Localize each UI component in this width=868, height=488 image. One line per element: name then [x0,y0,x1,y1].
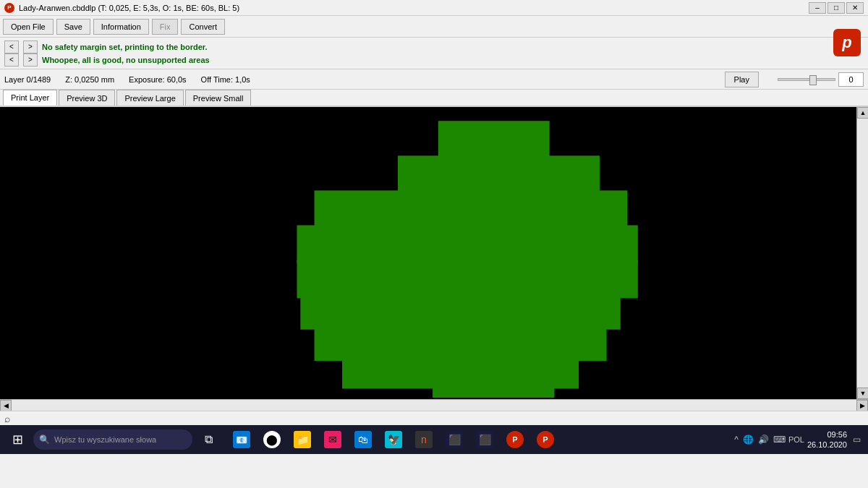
tray-network[interactable]: 🌐 [743,435,754,445]
store-icon: 🛍 [354,431,372,448]
offtime-value: Off Time: 1,0s [201,75,250,84]
status-bar: ⌕ [0,411,868,425]
show-desktop-button[interactable]: ▭ [853,435,861,445]
app6-icon: 🦅 [385,431,402,448]
toolbar: Open File Save Information Fix Convert p [0,16,868,38]
slider-track[interactable] [778,78,835,81]
tray-chevron[interactable]: ^ [734,435,739,445]
task-view-button[interactable]: ⧉ [194,425,223,454]
taskbar-store[interactable]: 🛍 [349,425,378,454]
app-logo: p [829,21,865,64]
svg-rect-26 [433,385,554,398]
app7-icon: n [415,431,433,448]
chrome-icon: ⬤ [263,431,281,448]
window-title: Lady-Aranwen.cbddlp (T: 0,025, E: 5,3s, … [19,4,239,12]
tray-keyboard[interactable]: ⌨ [773,435,786,445]
scroll-down-button[interactable]: ▼ [857,388,868,399]
scroll-track-h[interactable] [12,400,856,411]
taskbar-explorer[interactable]: 📁 [288,425,317,454]
taskbar-outlook[interactable]: 📧 [227,425,256,454]
taskbar-apps: 📧 ⬤ 📁 ✉ 🛍 🦅 n ⬛ ⬛ P P [227,425,560,454]
scroll-left-button[interactable]: ◀ [0,400,12,411]
info-bar: < > No safety margin set, printing to th… [0,38,868,69]
canvas-area[interactable] [0,107,868,399]
outlook-icon: 📧 [233,431,250,448]
layer-preview-svg [0,107,868,399]
prusa-icon: P [506,431,524,448]
layer-number: Layer 0/1489 [4,75,51,84]
taskbar-app9[interactable]: ⬛ [470,425,499,454]
svg-rect-19 [398,155,600,194]
slider-thumb[interactable] [809,75,817,85]
taskbar-mail[interactable]: ✉ [318,425,347,454]
taskbar-prusa[interactable]: P [501,425,529,454]
convert-button[interactable]: Convert [181,19,225,35]
horizontal-scrollbar[interactable]: ◀ ▶ [0,399,868,411]
mail-icon: ✉ [324,431,341,448]
status-icon: ⌕ [4,413,10,424]
app8-icon: ⬛ [446,431,463,448]
tray-icons: ^ 🌐 🔊 ⌨ [734,435,786,445]
layer-slider-container: 0 [778,72,864,87]
tab-preview-small[interactable]: Preview Small [185,90,252,106]
taskbar-app7[interactable]: n [409,425,438,454]
search-placeholder: Wpisz tu wyszukiwane słowa [54,435,156,444]
slider-value[interactable]: 0 [838,72,864,87]
maximize-button[interactable]: □ [827,2,845,14]
svg-rect-18 [438,121,550,159]
nav-prev2-button[interactable]: < [4,53,19,67]
clock-time: 09:56 [807,429,847,440]
window-controls[interactable]: – □ ✕ [809,2,864,14]
nav-prev-button[interactable]: < [4,40,19,53]
fix-button[interactable]: Fix [152,19,179,35]
taskbar-app8[interactable]: ⬛ [440,425,469,454]
taskbar-app6[interactable]: 🦅 [379,425,408,454]
app9-icon: ⬛ [476,431,493,448]
tab-preview-large[interactable]: Preview Large [116,90,183,106]
start-button[interactable]: ⊞ [3,425,32,454]
logo-icon: p [833,29,861,56]
nav-next2-button[interactable]: > [23,53,38,67]
support-info: Whoopee, all is good, no unsupported are… [42,54,210,66]
scroll-right-button[interactable]: ▶ [856,400,868,411]
safety-margin-info: No safety margin set, printing to the bo… [42,41,208,53]
titlebar: P Lady-Aranwen.cbddlp (T: 0,025, E: 5,3s… [0,0,868,16]
explorer-icon: 📁 [294,431,311,448]
open-file-button[interactable]: Open File [3,19,54,35]
save-button[interactable]: Save [56,19,90,35]
taskview-icon: ⧉ [205,433,213,446]
layer-bar: Layer 0/1489 Z: 0,0250 mm Exposure: 60,0… [0,69,868,90]
taskbar-prusa2[interactable]: P [531,425,560,454]
tab-preview-3d[interactable]: Preview 3D [59,90,115,106]
scroll-up-button[interactable]: ▲ [857,107,868,119]
minimize-button[interactable]: – [809,2,826,14]
svg-rect-21 [297,226,638,264]
z-value: Z: 0,0250 mm [65,75,114,84]
tab-bar: Print Layer Preview 3D Preview Large Pre… [0,90,868,107]
system-tray: ^ 🌐 🔊 ⌨ POL 09:56 26.10.2020 ▭ [734,429,865,450]
windows-icon: ⊞ [12,432,23,448]
play-button[interactable]: Play [725,72,759,87]
exposure-value: Exposure: 60,0s [129,75,187,84]
tray-language[interactable]: POL [788,435,804,444]
svg-rect-20 [315,190,628,228]
clock-date: 26.10.2020 [807,440,847,450]
scroll-track-v[interactable] [857,119,868,388]
search-bar[interactable]: 🔍 Wpisz tu wyszukiwane słowa [33,429,192,450]
tab-print-layer[interactable]: Print Layer [3,90,57,106]
search-icon: 🔍 [39,435,50,445]
prusa2-icon: P [537,431,554,448]
app-logo-small: P [7,4,11,11]
main-area: ▲ ▼ ◀ ▶ [0,107,868,411]
taskbar: ⊞ 🔍 Wpisz tu wyszukiwane słowa ⧉ 📧 ⬤ 📁 ✉… [0,425,868,454]
close-button[interactable]: ✕ [846,2,864,14]
clock[interactable]: 09:56 26.10.2020 [807,429,850,450]
svg-rect-25 [342,354,579,388]
taskbar-chrome[interactable]: ⬤ [258,425,286,454]
information-button[interactable]: Information [93,19,149,35]
vertical-scrollbar[interactable]: ▲ ▼ [856,107,868,399]
nav-next-button[interactable]: > [23,40,38,53]
tray-volume[interactable]: 🔊 [758,435,769,445]
